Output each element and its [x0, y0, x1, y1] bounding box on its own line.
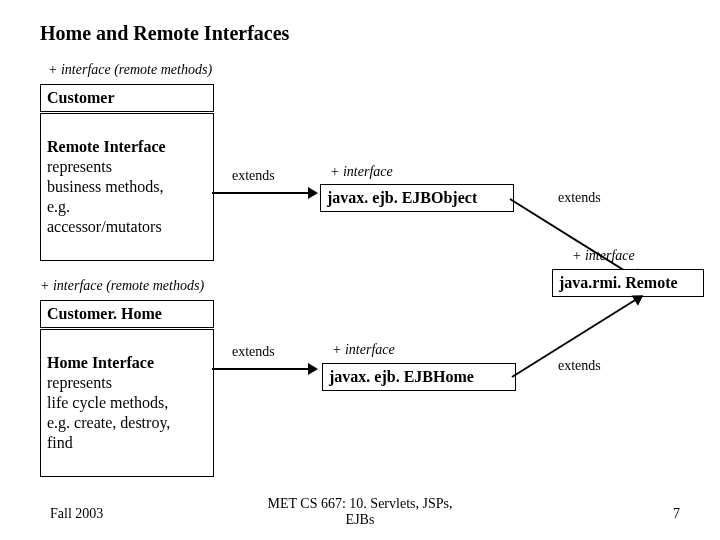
arrow-line-1	[212, 192, 308, 194]
footer-center: MET CS 667: 10. Servlets, JSPs, EJBs	[0, 496, 720, 528]
remote-interface-heading: Remote Interface	[47, 138, 166, 155]
page-title: Home and Remote Interfaces	[40, 22, 289, 45]
stereotype-ejbhome: + interface	[332, 342, 395, 358]
extends-label-4: extends	[558, 358, 601, 374]
remote-interface-body: represents business methods, e.g. access…	[47, 157, 207, 237]
arrow-line-2	[509, 198, 637, 279]
extends-label-3: extends	[232, 344, 275, 360]
footer-right: 7	[673, 506, 680, 522]
stereotype-customerhome: + interface (remote methods)	[40, 278, 204, 294]
home-interface-box: Home Interface represents life cycle met…	[40, 329, 214, 477]
remote-interface-box: Remote Interface represents business met…	[40, 113, 214, 261]
arrow-line-3	[212, 368, 308, 370]
home-interface-heading: Home Interface	[47, 354, 154, 371]
arrow-head-1	[308, 187, 318, 199]
customer-box: Customer	[40, 84, 214, 112]
stereotype-remote: + interface	[572, 248, 635, 264]
stereotype-customer: + interface (remote methods)	[48, 62, 212, 78]
extends-label-2: extends	[558, 190, 601, 206]
customerhome-box: Customer. Home	[40, 300, 214, 328]
rmi-remote-box: java.rmi. Remote	[552, 269, 704, 297]
home-interface-body: represents life cycle methods, e.g. crea…	[47, 373, 207, 453]
ejbobject-box: javax. ejb. EJBObject	[320, 184, 514, 212]
arrow-head-3	[308, 363, 318, 375]
stereotype-ejbobject: + interface	[330, 164, 393, 180]
ejbhome-box: javax. ejb. EJBHome	[322, 363, 516, 391]
extends-label-1: extends	[232, 168, 275, 184]
